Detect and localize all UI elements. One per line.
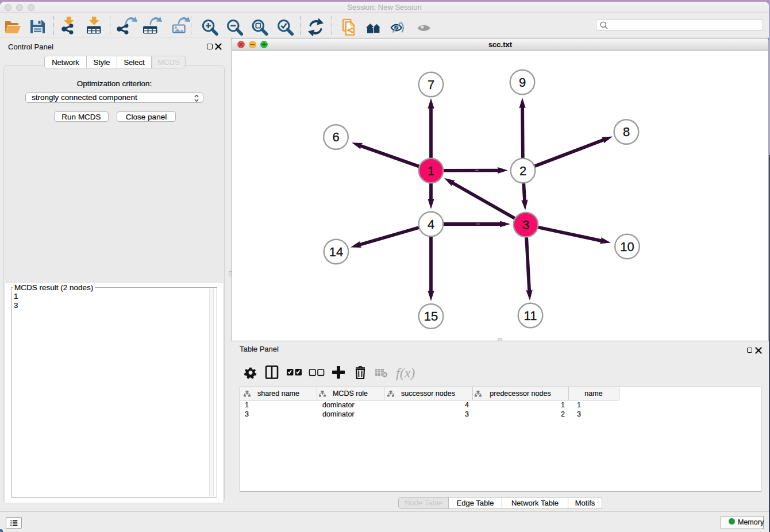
svg-text:7: 7 <box>428 78 434 92</box>
svg-text:9: 9 <box>519 75 526 90</box>
svg-text:2: 2 <box>519 164 526 178</box>
svg-text:6: 6 <box>332 130 339 144</box>
svg-text:10: 10 <box>620 240 634 254</box>
svg-text:11: 11 <box>524 309 537 323</box>
svg-text:1: 1 <box>428 164 434 178</box>
svg-text:3: 3 <box>522 218 529 232</box>
svg-text:4: 4 <box>428 217 434 232</box>
svg-text:14: 14 <box>329 245 343 259</box>
svg-text:15: 15 <box>424 309 438 323</box>
svg-text:8: 8 <box>623 125 630 139</box>
svg-text:f(x): f(x) <box>396 365 415 380</box>
